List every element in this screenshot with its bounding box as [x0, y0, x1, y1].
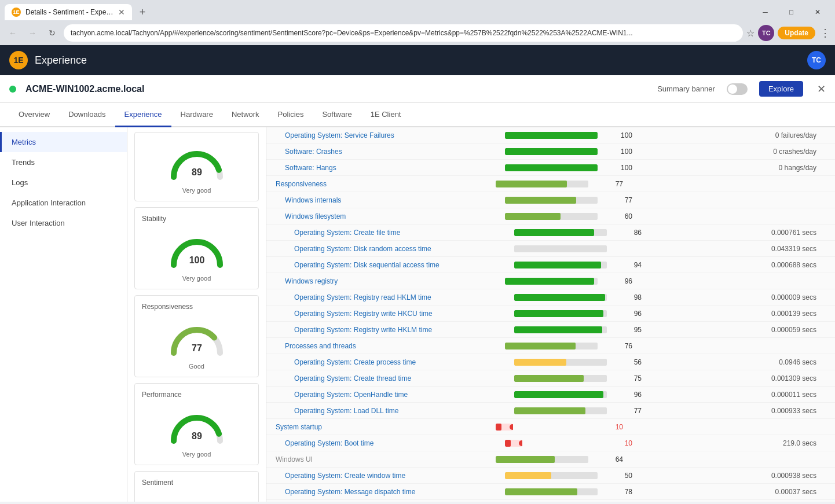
metric-score-registry-write-hkcu: 96 — [618, 310, 642, 318]
metric-score-windows-ui: 64 — [600, 455, 623, 463]
gauge-card-overall: 89 Very good — [134, 132, 259, 201]
metric-link-windows-filesystem[interactable]: Windows filesystem — [285, 212, 346, 220]
svg-text:89: 89 — [192, 431, 202, 441]
metric-bar-container-13 — [514, 326, 618, 333]
metric-name-processes-threads: Processes and threads — [285, 342, 505, 350]
maximize-button[interactable]: □ — [778, 2, 804, 23]
window-controls: ─ □ ✕ — [752, 2, 835, 23]
minimize-button[interactable]: ─ — [752, 2, 778, 23]
metric-link-message-dispatch[interactable]: Operating System: Message dispatch time — [285, 488, 415, 496]
gauge-card-sentiment: Sentiment — [134, 471, 259, 502]
metric-score-create-window: 50 — [609, 472, 632, 480]
address-input[interactable] — [64, 24, 743, 42]
metric-score-responsiveness: 77 — [600, 180, 623, 188]
metric-score-registry-read-hklm: 98 — [618, 293, 642, 301]
metric-bar-container-2 — [505, 148, 609, 155]
update-button[interactable]: Update — [778, 27, 815, 39]
metric-link-os-service-failures[interactable]: Operating System: Service Failures — [285, 131, 394, 139]
metric-row-boot-time: Operating System: Boot time 10 219.0 sec… — [266, 435, 835, 451]
gauge-overall: 89 — [142, 139, 251, 186]
back-button[interactable]: ← — [5, 25, 21, 41]
metric-link-registry-write-hkcu[interactable]: Operating System: Registry write HKCU ti… — [294, 310, 433, 318]
metric-link-registry-read-hklm[interactable]: Operating System: Registry read HKLM tim… — [294, 293, 431, 301]
metric-link-create-process[interactable]: Operating System: Create process time — [294, 358, 416, 366]
metric-link-windows-internals[interactable]: Windows internals — [285, 196, 341, 204]
tab-network[interactable]: Network — [222, 103, 269, 127]
metric-value-software-crashes: 0 crashes/day — [632, 148, 826, 156]
summary-banner-toggle[interactable] — [727, 83, 748, 95]
tab-overview[interactable]: Overview — [9, 103, 59, 127]
metric-link-os-disk-random[interactable]: Operating System: Disk random access tim… — [294, 245, 431, 253]
forward-button[interactable]: → — [24, 25, 41, 41]
app-logo: 1E — [9, 51, 28, 69]
metric-value-software-hangs: 0 hangs/day — [632, 164, 826, 172]
metric-link-os-disk-sequential[interactable]: Operating System: Disk sequential access… — [294, 261, 440, 269]
browser-tab-active[interactable]: 1E Details - Sentiment - Experience ✕ — [5, 4, 132, 20]
sidebar-item-logs[interactable]: Logs — [0, 172, 127, 193]
metric-row-os-service-failures: Operating System: Service Failures 100 0… — [266, 127, 835, 144]
new-tab-button[interactable]: + — [134, 4, 151, 20]
tab-software[interactable]: Software — [313, 103, 361, 127]
browser-menu-icon[interactable]: ⋮ — [820, 27, 830, 39]
metric-name-openhandle: Operating System: OpenHandle time — [294, 391, 514, 399]
device-status-indicator — [9, 86, 16, 93]
metric-link-software-crashes[interactable]: Software: Crashes — [285, 148, 342, 156]
profile-button[interactable]: TC — [758, 25, 774, 41]
tab-experience[interactable]: Experience — [115, 103, 171, 127]
tab-downloads[interactable]: Downloads — [59, 103, 115, 127]
metric-link-software-hangs[interactable]: Software: Hangs — [285, 164, 336, 172]
metric-value-load-dll: 0.000933 secs — [642, 407, 826, 415]
metric-link-registry-write-hklm[interactable]: Operating System: Registry write HKLM ti… — [294, 326, 432, 334]
metric-row-message-dispatch: Operating System: Message dispatch time … — [266, 484, 835, 500]
sidebar-item-metrics[interactable]: Metrics — [0, 132, 127, 152]
metric-link-system-startup[interactable]: System startup — [276, 423, 322, 431]
metric-bar-container-5 — [505, 197, 609, 204]
gauge-svg-sentiment — [168, 497, 226, 502]
tab-close-icon[interactable]: ✕ — [118, 8, 125, 17]
tab-1eclient[interactable]: 1E Client — [361, 103, 411, 127]
metric-link-create-window[interactable]: Operating System: Create window time — [285, 472, 405, 480]
tab-hardware[interactable]: Hardware — [171, 103, 222, 127]
explore-button[interactable]: Explore — [759, 81, 803, 97]
metric-row-os-create-file-time: Operating System: Create file time 86 0.… — [266, 225, 835, 241]
header-user-avatar[interactable]: TC — [807, 51, 826, 69]
sidebar-item-user-interaction[interactable]: User Interaction — [0, 213, 127, 233]
tab-bar: 1E Details - Sentiment - Experience ✕ + … — [0, 0, 835, 21]
gauge-sentiment — [142, 491, 251, 502]
device-close-icon[interactable]: ✕ — [817, 83, 826, 95]
metric-link-responsiveness[interactable]: Responsiveness — [276, 180, 327, 188]
metric-link-openhandle[interactable]: Operating System: OpenHandle time — [294, 391, 408, 399]
metric-value-create-process: 0.0946 secs — [642, 358, 826, 366]
metric-score-openhandle: 96 — [618, 391, 642, 399]
metric-name-load-dll: Operating System: Load DLL time — [294, 407, 514, 415]
metric-link-load-dll[interactable]: Operating System: Load DLL time — [294, 407, 398, 415]
gauge-stability-title: Stability — [142, 215, 251, 223]
metric-link-processes-threads[interactable]: Processes and threads — [285, 342, 356, 350]
tab-title: Details - Sentiment - Experience — [25, 8, 113, 16]
metric-link-os-create-file-time[interactable]: Operating System: Create file time — [294, 229, 400, 237]
metric-bar-container-14 — [505, 343, 609, 350]
gauge-sentiment-title: Sentiment — [142, 479, 251, 487]
tab-policies[interactable]: Policies — [269, 103, 313, 127]
metric-link-windows-registry[interactable]: Windows registry — [285, 277, 338, 285]
metric-name-os-disk-sequential: Operating System: Disk sequential access… — [294, 261, 514, 269]
metric-bar-container-11 — [514, 294, 618, 301]
metric-score-windows-registry: 96 — [609, 277, 632, 285]
metric-bar-container-1 — [505, 132, 609, 139]
metric-bar-container-10 — [505, 278, 609, 285]
address-bar-row: ← → ↻ ☆ TC Update ⋮ — [0, 21, 835, 45]
gauge-section: 89 Very good Stability 100 Very good — [127, 127, 266, 502]
close-button[interactable]: ✕ — [804, 2, 830, 23]
metric-score-windows-filesystem: 60 — [609, 212, 632, 220]
metric-link-boot-time[interactable]: Operating System: Boot time — [285, 439, 373, 447]
metric-name-registry-write-hklm: Operating System: Registry write HKLM ti… — [294, 326, 514, 334]
reload-button[interactable]: ↻ — [44, 25, 60, 41]
sidebar-item-trends[interactable]: Trends — [0, 152, 127, 172]
right-panel: Operating System: Service Failures 100 0… — [266, 127, 835, 502]
metric-score-create-thread: 75 — [618, 374, 642, 382]
metric-bar-container-8 — [514, 245, 618, 252]
bookmark-icon[interactable]: ☆ — [746, 28, 755, 39]
sidebar-item-application-interaction[interactable]: Application Interaction — [0, 193, 127, 213]
metric-link-create-thread[interactable]: Operating System: Create thread time — [294, 374, 411, 382]
gauge-card-stability: Stability 100 Very good — [134, 207, 259, 289]
